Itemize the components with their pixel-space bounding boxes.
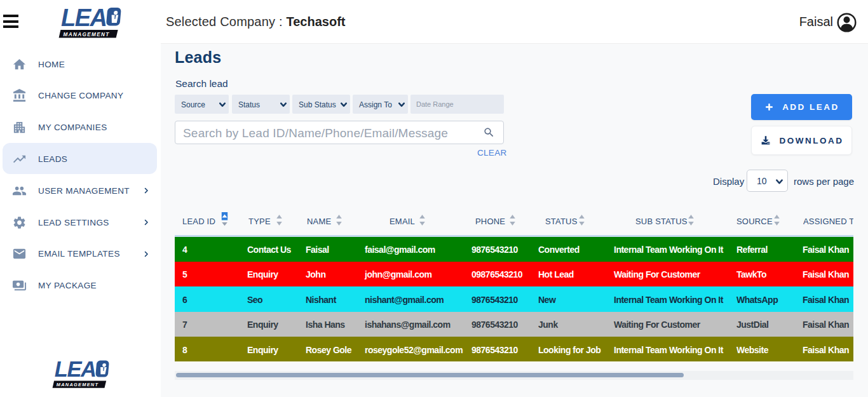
svg-text:LEA: LEA — [55, 358, 96, 381]
svg-text:LEA: LEA — [61, 4, 107, 31]
svg-text:MANAGEMENT: MANAGEMENT — [64, 32, 110, 37]
svg-text:MANAGEMENT: MANAGEMENT — [57, 382, 99, 387]
